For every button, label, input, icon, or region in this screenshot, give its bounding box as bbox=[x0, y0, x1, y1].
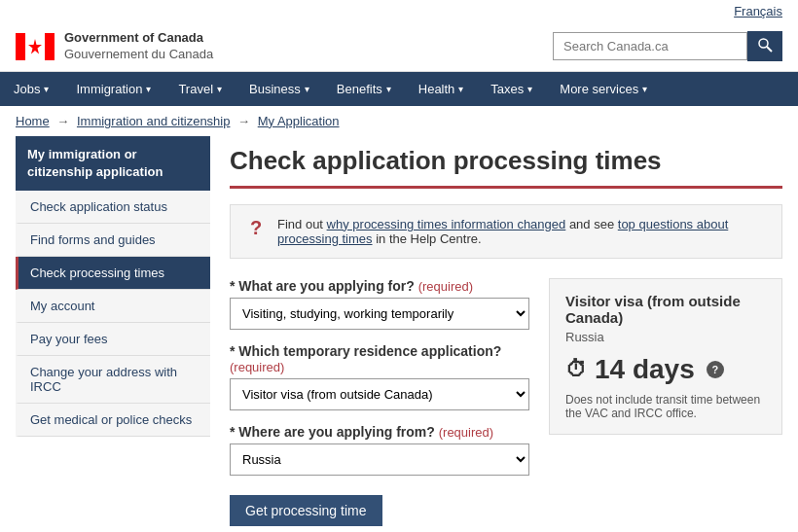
top-bar: Français bbox=[0, 0, 798, 22]
q1-select[interactable]: Visiting, studying, working temporarily … bbox=[230, 298, 529, 330]
nav-arrow-taxes: ▾ bbox=[527, 84, 532, 94]
nav-arrow-business: ▾ bbox=[305, 84, 309, 94]
canada-flag-icon bbox=[16, 33, 54, 60]
header-logo: Government of Canada Gouvernement du Can… bbox=[16, 30, 213, 63]
nav-item-immigration[interactable]: Immigration ▾ bbox=[62, 72, 164, 106]
nav-label-benefits: Benefits bbox=[337, 82, 382, 96]
svg-line-5 bbox=[767, 47, 772, 52]
nav-label-business: Business bbox=[249, 82, 301, 96]
form-label-q3: * Where are you applying from? (required… bbox=[230, 424, 529, 440]
form-group-q1: * What are you applying for? (required) … bbox=[230, 278, 529, 330]
form-group-q3: * Where are you applying from? (required… bbox=[230, 424, 529, 476]
breadcrumb-sep-1: → bbox=[56, 114, 73, 128]
sidebar: My immigration or citizenship applicatio… bbox=[16, 136, 210, 532]
info-text: Find out why processing times informatio… bbox=[277, 217, 768, 246]
nav-label-taxes: Taxes bbox=[490, 82, 524, 96]
header: Government of Canada Gouvernement du Can… bbox=[0, 22, 798, 72]
info-link-processing-changed[interactable]: why processing times information changed bbox=[327, 217, 566, 231]
sidebar-item-medical-checks[interactable]: Get medical or police checks bbox=[16, 404, 210, 437]
sidebar-header: My immigration or citizenship applicatio… bbox=[16, 136, 210, 191]
nav-item-travel[interactable]: Travel ▾ bbox=[164, 72, 236, 106]
nav-label-jobs: Jobs bbox=[14, 82, 40, 96]
info-box: ? Find out why processing times informat… bbox=[230, 204, 782, 259]
form-label-q2: * Which temporary residence application?… bbox=[230, 343, 529, 374]
breadcrumb-immigration[interactable]: Immigration and citizenship bbox=[77, 114, 231, 128]
nav-item-taxes[interactable]: Taxes ▾ bbox=[477, 72, 546, 106]
nav-arrow-health: ▾ bbox=[458, 84, 463, 94]
nav-label-immigration: Immigration bbox=[76, 82, 142, 96]
main-nav: Jobs ▾ Immigration ▾ Travel ▾ Business ▾… bbox=[0, 72, 798, 106]
form-result-row: * What are you applying for? (required) … bbox=[230, 278, 782, 526]
gov-name: Government of Canada Gouvernement du Can… bbox=[64, 30, 213, 63]
nav-item-jobs[interactable]: Jobs ▾ bbox=[0, 72, 62, 106]
info-text-before: Find out bbox=[277, 217, 327, 231]
sidebar-item-forms[interactable]: Find forms and guides bbox=[16, 224, 210, 257]
result-box: Visitor visa (from outside Canada) Russi… bbox=[549, 278, 782, 435]
form-label-q1: * What are you applying for? (required) bbox=[230, 278, 529, 294]
form-group-q2: * Which temporary residence application?… bbox=[230, 343, 529, 410]
header-search bbox=[553, 31, 782, 61]
breadcrumb-home[interactable]: Home bbox=[16, 114, 50, 128]
nav-arrow-benefits: ▾ bbox=[386, 84, 391, 94]
clock-icon: ⏱ bbox=[565, 357, 587, 382]
nav-item-more[interactable]: More services ▾ bbox=[546, 72, 661, 106]
svg-rect-0 bbox=[16, 33, 25, 60]
q3-select[interactable]: Russia Canada United States United Kingd… bbox=[230, 443, 529, 476]
info-text-after: in the Help Centre. bbox=[373, 231, 482, 246]
breadcrumb-my-application[interactable]: My Application bbox=[258, 114, 340, 128]
search-button[interactable] bbox=[747, 31, 782, 61]
content-area: Check application processing times ? Fin… bbox=[230, 136, 782, 532]
help-circle-icon[interactable]: ? bbox=[707, 361, 724, 378]
q1-required: (required) bbox=[418, 279, 473, 294]
gov-name-fr: Gouvernement du Canada bbox=[64, 47, 213, 63]
sidebar-item-change-address[interactable]: Change your address with IRCC bbox=[16, 356, 210, 404]
breadcrumb: Home → Immigration and citizenship → My … bbox=[0, 106, 798, 136]
sidebar-item-pay-fees[interactable]: Pay your fees bbox=[16, 323, 210, 356]
result-note: Does not include transit time between th… bbox=[565, 393, 766, 420]
form-section: * What are you applying for? (required) … bbox=[230, 278, 529, 526]
page-title: Check application processing times bbox=[230, 146, 782, 189]
svg-rect-2 bbox=[45, 33, 54, 60]
nav-label-health: Health bbox=[418, 82, 455, 96]
nav-arrow-travel: ▾ bbox=[217, 84, 222, 94]
nav-item-health[interactable]: Health ▾ bbox=[405, 72, 478, 106]
nav-label-more: More services bbox=[560, 82, 638, 96]
result-days: ⏱ 14 days ? bbox=[565, 354, 766, 385]
sidebar-item-my-account[interactable]: My account bbox=[16, 290, 210, 323]
search-input[interactable] bbox=[553, 32, 747, 60]
info-icon: ? bbox=[244, 217, 268, 239]
sidebar-item-processing-times[interactable]: Check processing times bbox=[16, 257, 210, 290]
info-text-mid: and see bbox=[565, 217, 618, 231]
get-processing-time-button[interactable]: Get processing time bbox=[230, 495, 382, 526]
sidebar-item-check-status[interactable]: Check application status bbox=[16, 191, 210, 224]
breadcrumb-sep-2: → bbox=[237, 114, 254, 128]
nav-item-benefits[interactable]: Benefits ▾ bbox=[323, 72, 405, 106]
main-area: My immigration or citizenship applicatio… bbox=[0, 136, 798, 532]
nav-arrow-immigration: ▾ bbox=[146, 84, 151, 94]
nav-label-travel: Travel bbox=[178, 82, 213, 96]
gov-name-en: Government of Canada bbox=[64, 30, 213, 47]
nav-item-business[interactable]: Business ▾ bbox=[236, 72, 323, 106]
result-days-value: 14 days bbox=[595, 354, 695, 385]
result-title: Visitor visa (from outside Canada) bbox=[565, 293, 766, 326]
q2-select[interactable]: Visitor visa (from outside Canada) Study… bbox=[230, 378, 529, 410]
svg-point-4 bbox=[759, 39, 768, 48]
q2-required: (required) bbox=[230, 360, 284, 374]
language-link[interactable]: Français bbox=[734, 4, 782, 18]
search-icon bbox=[757, 37, 773, 53]
nav-arrow-jobs: ▾ bbox=[44, 84, 49, 94]
q3-required: (required) bbox=[439, 425, 493, 440]
nav-arrow-more: ▾ bbox=[642, 84, 647, 94]
result-country: Russia bbox=[565, 330, 766, 344]
